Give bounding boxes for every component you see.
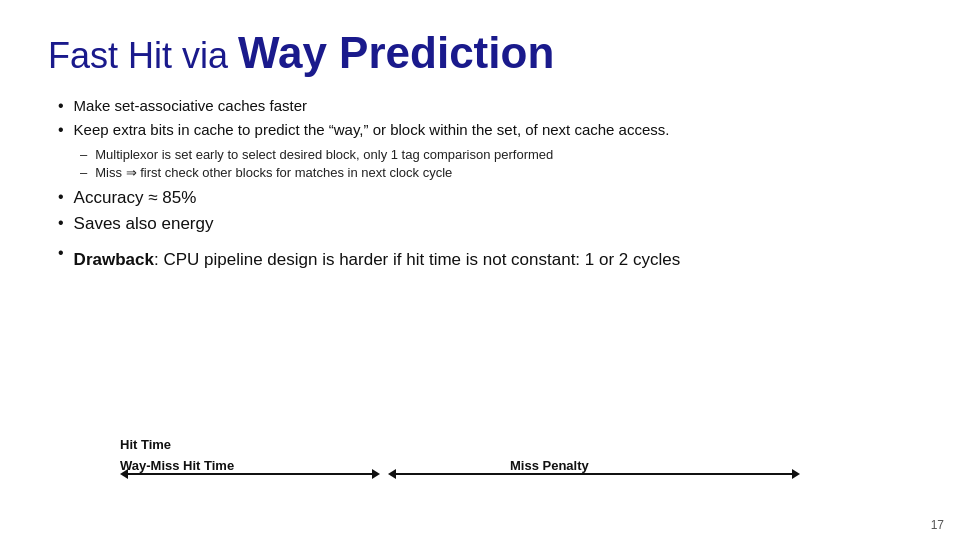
drawback-label: Drawback xyxy=(74,250,154,269)
main-bullets: Make set-associative caches faster Keep … xyxy=(58,97,912,139)
miss-penalty-label: Miss Penalty xyxy=(510,458,589,473)
hit-time-label: Hit Time xyxy=(120,437,800,452)
title-part1: Fast Hit via xyxy=(48,35,238,76)
drawback-bullet: Drawback: CPU pipeline design is harder … xyxy=(58,244,912,300)
sub-bullets: Multiplexor is set early to select desir… xyxy=(80,147,912,180)
timeline-arrow-row: Way-Miss Hit Time Miss Penalty xyxy=(120,456,800,492)
slide-title: Fast Hit via Way Prediction xyxy=(48,28,912,79)
arrowhead-right-2 xyxy=(792,469,800,479)
sub-bullet-2: Miss ⇒ first check other blocks for matc… xyxy=(80,165,912,180)
accuracy-saves-bullets: Accuracy ≈ 85% Saves also energy xyxy=(58,188,912,234)
saves-bullet: Saves also energy xyxy=(58,214,912,234)
sub-bullet-1: Multiplexor is set early to select desir… xyxy=(80,147,912,162)
bullet-1: Make set-associative caches faster xyxy=(58,97,912,115)
miss-penalty-arrow xyxy=(388,469,800,479)
page-number: 17 xyxy=(931,518,944,532)
timeline-diagram: Hit Time Way-Miss Hit Time xyxy=(120,437,800,492)
arrowhead-right-1 xyxy=(372,469,380,479)
arrowhead-left-2 xyxy=(388,469,396,479)
title-part2: Way Prediction xyxy=(238,28,554,77)
miss-penalty-line xyxy=(396,473,792,475)
slide: Fast Hit via Way Prediction Make set-ass… xyxy=(0,0,960,540)
way-miss-label: Way-Miss Hit Time xyxy=(120,458,234,473)
accuracy-bullet: Accuracy ≈ 85% xyxy=(58,188,912,208)
way-miss-line xyxy=(128,473,372,475)
bullet-2: Keep extra bits in cache to predict the … xyxy=(58,121,912,139)
drawback-text: Drawback: CPU pipeline design is harder … xyxy=(74,250,681,270)
drawback-bullet-list: Drawback: CPU pipeline design is harder … xyxy=(58,244,912,300)
